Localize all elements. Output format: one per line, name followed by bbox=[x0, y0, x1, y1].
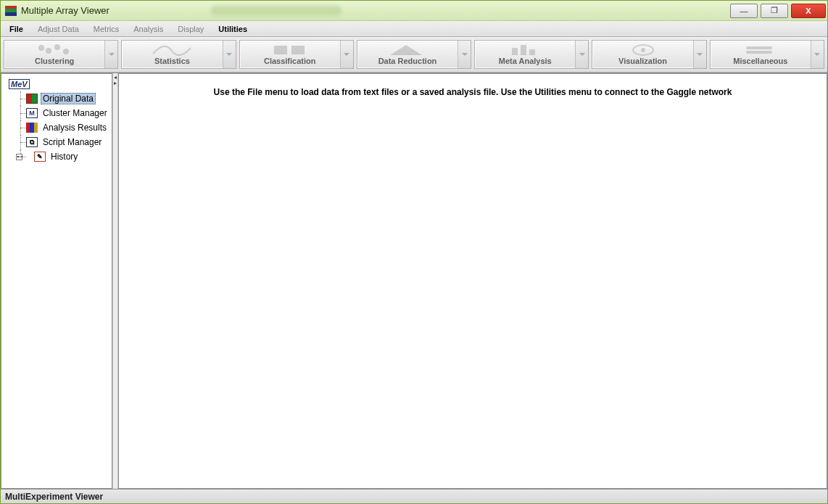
navigator-tree: MeV Original Data M Cluster Manager Anal… bbox=[1, 74, 112, 167]
status-text: MultiExperiment Viewer bbox=[5, 492, 103, 502]
window-controls: — ❐ X bbox=[727, 4, 826, 18]
tree-node-label: Script Manager bbox=[41, 136, 104, 148]
toolbar-statistics[interactable]: Statistics bbox=[121, 40, 236, 69]
maximize-button[interactable]: ❐ bbox=[761, 4, 788, 18]
window-title: Multiple Array Viewer bbox=[21, 5, 109, 16]
toolbar-data-reduction-label: Data Reduction bbox=[378, 57, 437, 65]
clustering-icon bbox=[33, 44, 76, 57]
tree-node-history[interactable]: ⊷ ✎ History bbox=[3, 149, 110, 164]
svg-point-1 bbox=[46, 48, 51, 54]
toolbar-visualization-label: Visualization bbox=[618, 57, 667, 65]
toolbar-miscellaneous-label: Miscellaneous bbox=[733, 57, 787, 65]
tree-node-original-data[interactable]: Original Data bbox=[3, 91, 110, 106]
toolbar-classification[interactable]: Classification bbox=[239, 40, 354, 69]
menu-adjust-data[interactable]: Adjust Data bbox=[32, 23, 85, 35]
statistics-icon bbox=[150, 44, 194, 57]
menu-display[interactable]: Display bbox=[172, 23, 210, 35]
navigator-tree-panel: MeV Original Data M Cluster Manager Anal… bbox=[1, 73, 112, 489]
tree-node-script-manager[interactable]: ⧉ Script Manager bbox=[3, 135, 110, 149]
svg-rect-12 bbox=[746, 46, 772, 49]
analysis-results-icon bbox=[26, 123, 38, 133]
cluster-manager-icon: M bbox=[26, 108, 38, 118]
toolbar-classification-dropdown[interactable] bbox=[340, 41, 353, 68]
menu-bar: File Adjust Data Metrics Analysis Displa… bbox=[1, 21, 827, 37]
toolbar-clustering-label: Clustering bbox=[35, 57, 74, 65]
toolbar-clustering[interactable]: Clustering bbox=[4, 40, 118, 69]
toolbar-miscellaneous-dropdown[interactable] bbox=[811, 41, 824, 68]
menu-metrics[interactable]: Metrics bbox=[88, 23, 125, 35]
toolbar-meta-analysis-dropdown[interactable] bbox=[575, 41, 588, 68]
mev-root-icon: MeV bbox=[9, 79, 30, 89]
splitter-right-arrow-icon: ▸ bbox=[114, 80, 117, 86]
menu-analysis[interactable]: Analysis bbox=[128, 23, 169, 35]
svg-marker-6 bbox=[390, 45, 422, 55]
toolbar-visualization-dropdown[interactable] bbox=[693, 41, 706, 68]
menu-utilities[interactable]: Utilities bbox=[212, 23, 253, 35]
svg-rect-8 bbox=[521, 45, 526, 55]
minimize-button[interactable]: — bbox=[730, 4, 758, 18]
toolbar-data-reduction[interactable]: Data Reduction bbox=[357, 40, 471, 69]
splitter-handle[interactable]: ◂ ▸ bbox=[112, 73, 118, 489]
svg-rect-4 bbox=[274, 46, 287, 54]
app-icon bbox=[5, 6, 17, 16]
svg-rect-7 bbox=[512, 48, 518, 55]
svg-point-0 bbox=[38, 45, 44, 51]
toolbar-statistics-dropdown[interactable] bbox=[223, 41, 236, 68]
content-area: MeV Original Data M Cluster Manager Anal… bbox=[1, 73, 827, 489]
toolbar-miscellaneous[interactable]: Miscellaneous bbox=[710, 40, 824, 69]
script-manager-icon: ⧉ bbox=[26, 137, 38, 147]
tree-node-analysis-results[interactable]: Analysis Results bbox=[3, 120, 110, 135]
toolbar-meta-analysis-label: Meta Analysis bbox=[499, 57, 552, 65]
toolbar-classification-label: Classification bbox=[264, 57, 316, 65]
toolbar-data-reduction-dropdown[interactable] bbox=[458, 41, 471, 68]
history-icon: ✎ bbox=[34, 152, 46, 162]
tree-node-label: History bbox=[49, 151, 80, 162]
main-content-panel: Use the File menu to load data from text… bbox=[118, 73, 827, 489]
classification-icon bbox=[268, 44, 312, 57]
tree-node-cluster-manager[interactable]: M Cluster Manager bbox=[3, 106, 110, 120]
application-window: Multiple Array Viewer — ❐ X File Adjust … bbox=[0, 0, 828, 504]
visualization-icon bbox=[621, 44, 665, 57]
svg-point-11 bbox=[641, 48, 645, 52]
close-button[interactable]: X bbox=[791, 4, 826, 18]
data-reduction-icon bbox=[386, 44, 429, 57]
svg-point-3 bbox=[63, 49, 69, 54]
status-bar: MultiExperiment Viewer bbox=[1, 489, 827, 503]
expand-toggle-icon[interactable]: ⊷ bbox=[16, 154, 22, 160]
toolbar: Clustering Statistics Classification bbox=[1, 37, 827, 73]
toolbar-statistics-label: Statistics bbox=[154, 57, 190, 65]
tree-root[interactable]: MeV bbox=[3, 77, 110, 91]
tree-node-label: Cluster Manager bbox=[41, 107, 109, 119]
svg-rect-9 bbox=[529, 49, 535, 55]
tree-node-label: Analysis Results bbox=[41, 122, 109, 133]
miscellaneous-icon bbox=[739, 44, 782, 57]
svg-point-2 bbox=[54, 44, 60, 50]
toolbar-visualization[interactable]: Visualization bbox=[592, 40, 706, 69]
svg-rect-5 bbox=[291, 46, 305, 54]
title-bar[interactable]: Multiple Array Viewer — ❐ X bbox=[1, 1, 827, 21]
menu-file[interactable]: File bbox=[4, 23, 29, 35]
original-data-icon bbox=[26, 94, 38, 104]
svg-rect-13 bbox=[746, 51, 772, 54]
titlebar-blur-region bbox=[211, 6, 341, 16]
tree-node-label: Original Data bbox=[41, 93, 96, 104]
meta-analysis-icon bbox=[503, 44, 547, 57]
toolbar-meta-analysis[interactable]: Meta Analysis bbox=[474, 40, 589, 69]
toolbar-clustering-dropdown[interactable] bbox=[104, 41, 117, 68]
welcome-message: Use the File menu to load data from text… bbox=[214, 87, 732, 97]
